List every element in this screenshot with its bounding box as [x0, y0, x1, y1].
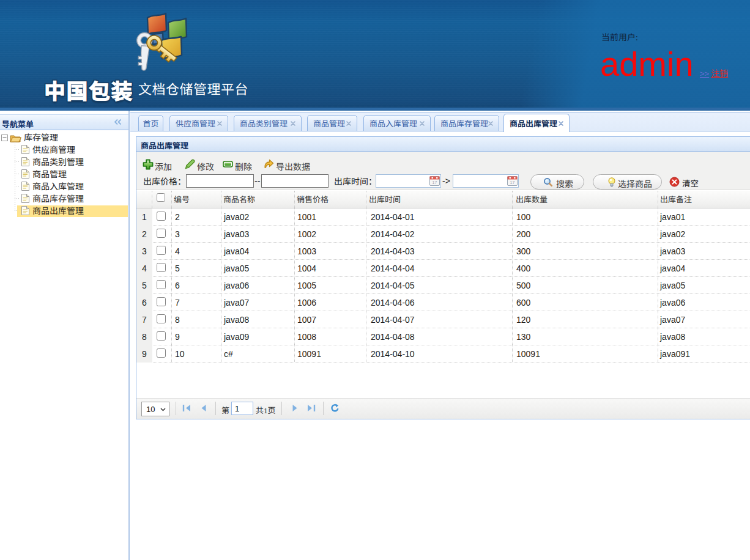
svg-text:17: 17	[433, 180, 437, 185]
svg-text:17: 17	[510, 180, 515, 185]
